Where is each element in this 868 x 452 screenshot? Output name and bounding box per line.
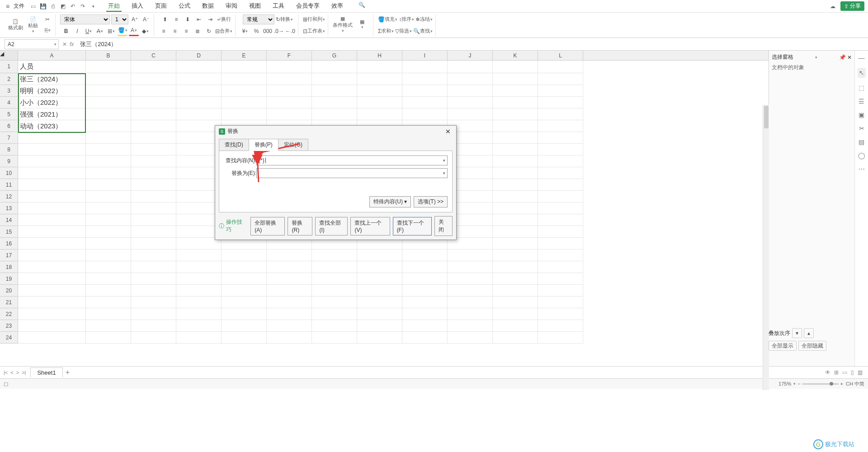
cell[interactable] — [493, 250, 538, 261]
cell[interactable] — [18, 144, 86, 155]
cell[interactable] — [538, 202, 583, 214]
cell[interactable] — [357, 297, 402, 308]
cell[interactable] — [86, 285, 131, 297]
cell[interactable] — [312, 97, 357, 108]
row-header[interactable]: 4 — [0, 97, 18, 108]
align-justify-button[interactable]: ≣ — [193, 26, 203, 36]
cell[interactable] — [493, 273, 538, 285]
cell[interactable] — [448, 308, 493, 320]
cell[interactable] — [131, 132, 176, 144]
cell[interactable] — [18, 214, 86, 226]
cell[interactable] — [538, 108, 583, 120]
tab-member[interactable]: 会员专享 — [294, 1, 321, 12]
cell[interactable] — [448, 73, 493, 85]
align-center-button[interactable]: ≡ — [170, 26, 180, 36]
show-all-button[interactable]: 全部显示 — [769, 341, 797, 351]
cell[interactable] — [222, 332, 267, 344]
col-header-L[interactable]: L — [538, 51, 583, 60]
row-header[interactable]: 22 — [0, 308, 18, 320]
cell[interactable] — [493, 73, 538, 85]
tab-efficiency[interactable]: 效率 — [330, 1, 345, 12]
cell[interactable] — [131, 61, 176, 73]
order-up-button[interactable]: ▴ — [804, 328, 814, 338]
cell[interactable] — [538, 191, 583, 202]
cell[interactable]: 人员 — [18, 61, 86, 73]
cell[interactable] — [493, 226, 538, 238]
cut-button[interactable]: ✂ — [42, 14, 52, 24]
cell[interactable] — [131, 73, 176, 85]
print-icon[interactable]: ⎙ — [49, 2, 57, 10]
row-header[interactable]: 24 — [0, 332, 18, 344]
sheet-tab[interactable]: Sheet1 — [30, 367, 62, 377]
row-header[interactable]: 15 — [0, 226, 18, 238]
cell[interactable] — [86, 297, 131, 308]
copy-button[interactable]: ⎘▾ — [42, 25, 52, 35]
order-down-button[interactable]: ▾ — [792, 328, 802, 338]
zoom-in-button[interactable]: + — [840, 381, 843, 386]
cell[interactable] — [493, 97, 538, 108]
cell[interactable] — [448, 85, 493, 97]
cell[interactable] — [493, 214, 538, 226]
new-icon[interactable]: ▭ — [29, 2, 37, 10]
cell[interactable] — [538, 73, 583, 85]
close-button[interactable]: 关闭 — [434, 216, 453, 236]
cell[interactable] — [176, 61, 222, 73]
cloud-icon[interactable]: ☁ — [829, 2, 837, 10]
cell[interactable] — [86, 132, 131, 144]
cursor-icon[interactable]: ↖ — [858, 68, 866, 78]
cell[interactable] — [312, 308, 357, 320]
properties-icon[interactable]: ☰ — [859, 98, 864, 105]
cell[interactable] — [493, 308, 538, 320]
help-icon[interactable]: ◯ — [858, 152, 865, 159]
cell[interactable] — [131, 297, 176, 308]
cell[interactable] — [131, 167, 176, 179]
row-header[interactable]: 21 — [0, 297, 18, 308]
cell[interactable] — [86, 85, 131, 97]
cell[interactable] — [222, 273, 267, 285]
cell[interactable] — [176, 85, 222, 97]
find-what-input[interactable]: (*)▾ — [256, 155, 448, 165]
cell[interactable] — [357, 285, 402, 297]
cancel-formula-icon[interactable]: ✕ — [62, 41, 67, 47]
zoom-dropdown-icon[interactable]: ▾ — [793, 381, 796, 386]
cell[interactable] — [267, 250, 312, 261]
cell[interactable] — [357, 85, 402, 97]
vertical-scrollbar[interactable] — [763, 105, 769, 390]
sum-button[interactable]: Σ求和▾ — [378, 26, 394, 36]
cell[interactable] — [86, 250, 131, 261]
styles-icon[interactable]: ⬚ — [859, 84, 864, 91]
cell[interactable] — [267, 61, 312, 73]
zoom-slider[interactable] — [802, 383, 839, 385]
sheet-next-icon[interactable]: > — [15, 370, 20, 375]
cell[interactable] — [18, 132, 86, 144]
cell[interactable] — [357, 308, 402, 320]
cell[interactable] — [493, 238, 538, 250]
cell[interactable] — [86, 308, 131, 320]
dialog-close-button[interactable]: ✕ — [443, 128, 453, 135]
cell[interactable] — [357, 320, 402, 332]
row-header[interactable]: 12 — [0, 191, 18, 202]
special-content-button[interactable]: 特殊内容(U) ▾ — [369, 196, 411, 207]
cell[interactable] — [357, 97, 402, 108]
cell[interactable] — [493, 285, 538, 297]
col-header-K[interactable]: K — [493, 51, 538, 60]
cell[interactable] — [86, 144, 131, 155]
cell[interactable] — [86, 108, 131, 120]
cell[interactable] — [538, 144, 583, 155]
replace-button[interactable]: 替换(R) — [288, 217, 312, 235]
cell[interactable] — [86, 97, 131, 108]
wrap-button[interactable]: ⤶换行 — [217, 14, 231, 24]
cell[interactable] — [493, 297, 538, 308]
cell[interactable] — [131, 179, 176, 191]
cell[interactable] — [267, 320, 312, 332]
cell[interactable] — [312, 108, 357, 120]
eye-icon[interactable]: 👁 — [825, 369, 830, 376]
cell[interactable] — [357, 261, 402, 273]
cell[interactable] — [312, 285, 357, 297]
cell[interactable] — [357, 108, 402, 120]
row-header[interactable]: 20 — [0, 285, 18, 297]
find-next-button[interactable]: 查找下一个(F) — [393, 217, 432, 235]
row-header[interactable]: 17 — [0, 250, 18, 261]
increase-font-button[interactable]: A⁺ — [130, 14, 140, 24]
dec-decimal-button[interactable]: ←.0 — [285, 26, 295, 36]
